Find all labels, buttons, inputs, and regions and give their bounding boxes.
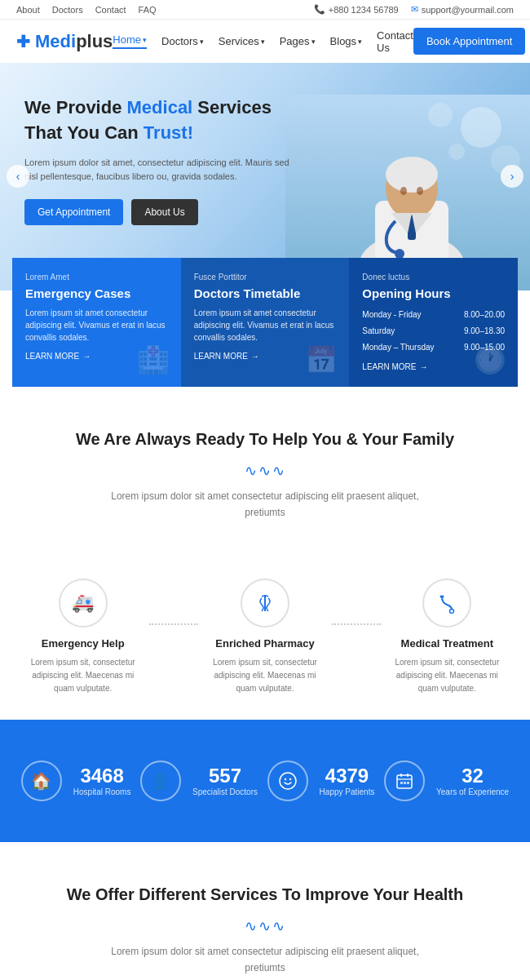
stat-experience-label: Years of Experience: [436, 787, 509, 796]
service-treatment: Medical Treatment Lorem ipsum sit, conse…: [381, 579, 514, 695]
top-bar-links: About Doctors Contact FAQ: [16, 5, 157, 15]
service-treatment-desc: Lorem ipsum sit, consectetur adipiscing …: [389, 656, 506, 695]
svg-point-17: [280, 773, 296, 789]
top-bar: About Doctors Contact FAQ 📞 +880 1234 56…: [0, 0, 530, 20]
dotted-line-2: [332, 623, 381, 625]
caduceus-icon: [254, 592, 276, 614]
info-card-emergency: Lorem Amet Emergency Cases Lorem ipsum s…: [12, 258, 181, 387]
nav-pages[interactable]: Pages ▾: [280, 35, 316, 47]
svg-point-7: [386, 157, 438, 193]
svg-point-3: [448, 144, 465, 160]
svg-point-1: [428, 103, 453, 127]
logo[interactable]: ✚ Mediplus: [16, 31, 113, 52]
phone-icon: 📞: [314, 4, 325, 15]
svg-point-0: [461, 107, 501, 148]
doctors-caret: ▾: [200, 38, 204, 46]
hours-row-1: Monday - Friday 8.00–20.00: [362, 307, 505, 323]
stat-doctors-icon: 👤: [140, 760, 181, 801]
about-us-button[interactable]: About Us: [131, 199, 197, 225]
card1-icon: 🏥: [137, 344, 170, 375]
nav-contact[interactable]: Contact Us: [377, 29, 413, 54]
pharmacy-icon-circle: [241, 579, 289, 627]
dotted-line-1: [149, 623, 198, 625]
always-ready-section: We Are Always Ready To Help You & Your F…: [0, 387, 530, 570]
card2-body: Lorem ipsum sit amet consectetur adipisc…: [194, 307, 337, 344]
stat-patients-icon: [267, 760, 308, 801]
home-caret: ▾: [143, 36, 147, 44]
svg-point-8: [400, 187, 407, 195]
svg-point-9: [417, 187, 423, 195]
topbar-contact[interactable]: Contact: [95, 5, 126, 15]
stat-rooms-label: Hospital Rooms: [73, 787, 131, 796]
stat-rooms: 🏠 3468 Hospital Rooms: [21, 760, 131, 801]
svg-point-13: [450, 609, 454, 613]
nav-blogs[interactable]: Blogs ▾: [330, 35, 363, 47]
hero-section: ‹ We Provide Medical ServicesThat You Ca…: [0, 63, 530, 290]
stat-patients-label: Happy Patients: [320, 787, 375, 796]
nav-home[interactable]: Home ▾: [113, 33, 147, 49]
card1-subtitle: Lorem Amet: [25, 273, 168, 282]
stethoscope-icon: [435, 592, 458, 614]
phone-info: 📞 +880 1234 56789: [314, 4, 399, 15]
card2-icon: 📅: [305, 344, 338, 375]
stat-rooms-text: 3468 Hospital Rooms: [73, 765, 131, 796]
hero-description: Lorem ipsum dolor sit amet, consectetur …: [24, 156, 302, 184]
topbar-about[interactable]: About: [16, 5, 40, 15]
card3-learn-more[interactable]: LEARN MORE →: [362, 362, 427, 371]
logo-icon: ✚: [16, 32, 30, 51]
hero-content: We Provide Medical ServicesThat You Can …: [24, 95, 302, 225]
carousel-next-button[interactable]: ›: [501, 165, 523, 188]
stat-doctors-text: 557 Specialist Doctors: [192, 765, 258, 796]
get-appointment-button[interactable]: Get Appointment: [24, 199, 123, 225]
logo-text: Mediplus: [35, 31, 113, 52]
service-emergency-title: Emergency Help: [24, 637, 141, 650]
email-icon: ✉: [411, 4, 418, 15]
card3-title: Opening Hours: [362, 286, 505, 300]
svg-rect-24: [400, 782, 403, 784]
book-appointment-button[interactable]: Book Appointment: [413, 28, 526, 55]
hero-medical: Medical: [127, 97, 193, 118]
info-cards: Lorem Amet Emergency Cases Lorem ipsum s…: [0, 258, 530, 387]
card2-title: Doctors Timetable: [194, 286, 337, 300]
hours-day-1: Monday - Friday: [362, 307, 421, 323]
hero-title: We Provide Medical ServicesThat You Can …: [24, 95, 302, 146]
happy-icon: [278, 771, 298, 791]
svg-point-19: [289, 778, 290, 779]
carousel-prev-button[interactable]: ‹: [7, 165, 29, 188]
hero-buttons: Get Appointment About Us: [24, 199, 302, 225]
hours-day-3: Monday – Thursday: [362, 339, 434, 356]
top-bar-contact: 📞 +880 1234 56789 ✉ support@yourmail.com: [314, 4, 514, 15]
service-treatment-title: Medical Treatment: [389, 637, 506, 650]
stat-doctors: 👤 557 Specialist Doctors: [140, 760, 258, 801]
stat-experience: 32 Years of Experience: [384, 760, 509, 801]
topbar-faq[interactable]: FAQ: [139, 5, 157, 15]
always-ready-title: We Are Always Ready To Help You & Your F…: [16, 428, 514, 450]
stat-doctors-label: Specialist Doctors: [192, 787, 258, 796]
nav-doctors[interactable]: Doctors ▾: [161, 35, 204, 47]
svg-point-16: [442, 595, 444, 597]
svg-point-18: [284, 778, 285, 779]
topbar-doctors[interactable]: Doctors: [52, 5, 83, 15]
offer-services-section: We Offer Different Services To Improve Y…: [0, 842, 530, 980]
stat-experience-icon: [384, 760, 425, 801]
treatment-icon-circle: [422, 579, 471, 627]
info-card-timetable: Fusce Porttitor Doctors Timetable Lorem …: [181, 258, 350, 387]
stat-patients: 4379 Happy Patients: [267, 760, 375, 801]
stat-rooms-number: 3468: [73, 765, 131, 787]
emergency-icon-circle: 🚑: [59, 579, 108, 627]
stat-rooms-icon: 🏠: [21, 760, 62, 801]
offer-title: We Offer Different Services To Improve Y…: [16, 883, 514, 906]
hours-row-2: Saturday 9.00–18.30: [362, 323, 505, 339]
stat-patients-text: 4379 Happy Patients: [320, 765, 375, 796]
always-ready-description: Lorem ipsum dolor sit amet consectetur a…: [110, 488, 420, 521]
email-info: ✉ support@yourmail.com: [411, 4, 514, 15]
card3-icon: 🕐: [474, 344, 506, 375]
nav-services[interactable]: Services ▾: [219, 35, 265, 47]
blogs-caret: ▾: [358, 38, 362, 46]
stats-section: 🏠 3468 Hospital Rooms 👤 557 Specialist D…: [0, 720, 530, 842]
navbar: ✚ Mediplus Home ▾ Doctors ▾ Services ▾ P…: [0, 20, 530, 63]
stat-experience-number: 32: [436, 765, 509, 787]
hours-time-2: 9.00–18.30: [464, 323, 505, 339]
services-caret: ▾: [261, 38, 265, 46]
hero-trust: Trust!: [144, 122, 193, 143]
